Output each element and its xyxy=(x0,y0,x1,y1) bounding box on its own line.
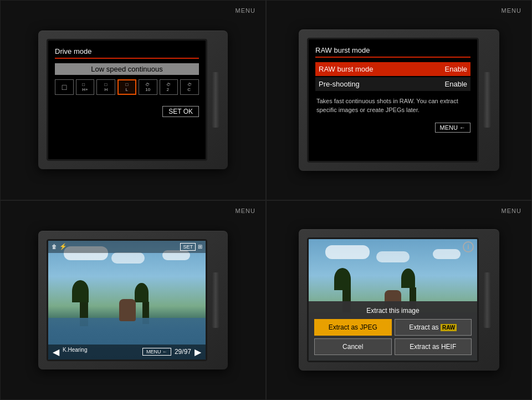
menu-back-button-q3[interactable]: MENU ← xyxy=(142,348,171,356)
set-label: SET xyxy=(180,243,196,251)
menu-label-q2: MENU xyxy=(502,7,521,14)
menu-row-raw-burst: RAW burst mode Enable xyxy=(315,62,470,76)
selected-mode-q1: Low speed continuous xyxy=(55,63,199,75)
quadrant-drive-mode: MENU Drive mode Low speed continuous □ □… xyxy=(0,0,266,200)
camera-hinge-q2 xyxy=(483,72,491,128)
drive-icon-timer2: ⏱2 xyxy=(160,79,178,95)
drive-icons-container: □ □H+ □H □L ⏱10 ⏱2 ⏱C xyxy=(55,79,199,95)
tree-top-q4-1 xyxy=(334,268,351,290)
raw-burst-description: Takes fast continuous shots in RAW. You … xyxy=(315,97,470,115)
signature-text: K.Hearing xyxy=(63,347,87,357)
delete-icon: 🗑 xyxy=(52,244,57,250)
screen-q1: Drive mode Low speed continuous □ □H+ □H… xyxy=(47,39,207,161)
screen-q2: RAW burst mode RAW burst mode Enable Pre… xyxy=(307,38,479,163)
signature-area: ◀ K.Hearing xyxy=(53,347,87,357)
screen-q4: i Extract this image Extract as JPEG Ext… xyxy=(307,237,479,362)
play-controls: ◀ K.Hearing xyxy=(53,347,87,357)
extract-jpeg-button[interactable]: Extract as JPEG xyxy=(314,319,392,336)
tree-top-2 xyxy=(135,283,149,302)
playback-top-icons: 🗑 ⚡ xyxy=(52,243,67,251)
camera-hinge-q1 xyxy=(212,72,219,128)
menu-back-button-q2[interactable]: MENU ← xyxy=(435,123,470,133)
drive-icon-continuous-l: □L xyxy=(117,79,136,95)
camera-body-q4: i Extract this image Extract as JPEG Ext… xyxy=(299,229,499,371)
animal-figure xyxy=(119,299,136,321)
drive-icon-continuous-h2: □H xyxy=(96,79,115,95)
title-underline-q2 xyxy=(315,57,470,58)
set-ok-button[interactable]: SET OK xyxy=(162,106,199,117)
menu-back-label-q3: MENU ← xyxy=(146,349,167,355)
landscape-image: 🗑 ⚡ SET ⊞ ◀ K.Hearing xyxy=(48,241,206,360)
cloud-q4-1 xyxy=(325,245,370,259)
tree-top-1 xyxy=(72,280,89,302)
screen-q3: 🗑 ⚡ SET ⊞ ◀ K.Hearing xyxy=(47,239,207,361)
menu-label-q3: MENU xyxy=(236,207,255,214)
grid-icon: ⊞ xyxy=(198,244,202,250)
camera-hinge-q3 xyxy=(212,272,219,328)
extract-buttons-grid: Extract as JPEG Extract as RAW Cancel Ex… xyxy=(314,319,472,355)
raw-badge: RAW xyxy=(441,324,457,331)
extract-title: Extract this image xyxy=(314,307,472,315)
title-underline-q1 xyxy=(55,58,199,59)
raw-burst-label: RAW burst mode xyxy=(319,65,374,73)
quadrant-raw-burst: MENU RAW burst mode RAW burst mode Enabl… xyxy=(266,0,532,200)
tree-top-q4-2 xyxy=(401,269,415,288)
next-button[interactable]: ▶ xyxy=(195,347,201,357)
screen-title-q1: Drive mode xyxy=(55,47,199,55)
cloud-q4-3 xyxy=(433,249,461,259)
extract-heif-button[interactable]: Extract as HEIF xyxy=(395,338,472,355)
info-icon: i xyxy=(463,241,474,252)
cloud-q4-2 xyxy=(376,251,410,262)
camera-body-q3: 🗑 ⚡ SET ⊞ ◀ K.Hearing xyxy=(38,231,228,369)
drive-icon-timer10: ⏱10 xyxy=(139,79,157,95)
camera-hinge-q4 xyxy=(483,272,491,328)
cancel-button[interactable]: Cancel xyxy=(314,338,392,355)
playback-set-icon: SET ⊞ xyxy=(180,243,202,251)
pre-shooting-label: Pre-shooting xyxy=(319,80,360,88)
drive-icon-timerc: ⏱C xyxy=(180,79,199,95)
playback-overlay-bottom: ◀ K.Hearing MENU ← 29/97 ▶ xyxy=(48,345,206,360)
prev-button[interactable]: ◀ xyxy=(53,347,59,357)
menu-row-pre-shooting: Pre-shooting Enable xyxy=(315,77,470,91)
landscape-image-q4: i Extract this image Extract as JPEG Ext… xyxy=(309,239,477,361)
quadrant-extract: MENU i xyxy=(266,200,532,401)
camera-body-q1: Drive mode Low speed continuous □ □H+ □H… xyxy=(38,31,228,169)
raw-burst-value: Enable xyxy=(445,65,467,73)
extract-raw-button[interactable]: Extract as RAW xyxy=(395,319,472,336)
screen-title-q2: RAW burst mode xyxy=(315,46,470,54)
cloud-2 xyxy=(111,252,145,264)
extract-overlay: Extract this image Extract as JPEG Extra… xyxy=(309,301,477,361)
quadrant-playback: MENU xyxy=(0,200,266,401)
drive-icon-continuous-h: □H+ xyxy=(76,79,95,95)
menu-label-q1: MENU xyxy=(236,7,255,14)
camera-body-q2: RAW burst mode RAW burst mode Enable Pre… xyxy=(299,29,499,171)
burst-icon: ⚡ xyxy=(59,243,67,250)
menu-back-label: MENU ← xyxy=(440,124,466,131)
frame-counter: 29/97 xyxy=(175,348,191,356)
playback-overlay-top: 🗑 ⚡ SET ⊞ xyxy=(48,241,206,253)
extract-raw-label: Extract as xyxy=(409,323,441,331)
menu-label-q4: MENU xyxy=(502,207,521,214)
drive-icon-single: □ xyxy=(55,79,74,95)
pre-shooting-value: Enable xyxy=(445,80,467,88)
frame-counter-area: MENU ← 29/97 ▶ xyxy=(142,347,201,357)
